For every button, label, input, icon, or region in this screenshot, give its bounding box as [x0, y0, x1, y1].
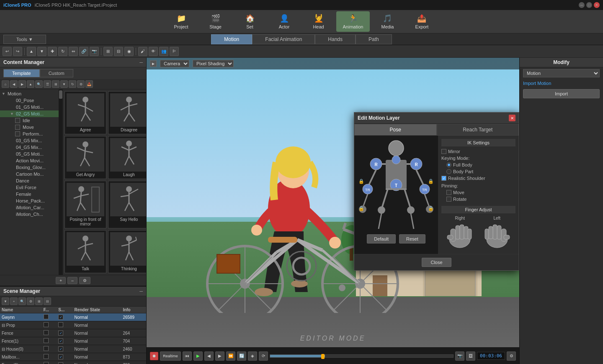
sm-row-1[interactable]: ⊟ Prop Normal	[0, 321, 146, 329]
tree-item-horse[interactable]: Horse_Pack...	[0, 197, 59, 204]
vp-extra2-button[interactable]: ⟳	[259, 351, 268, 361]
eml-tab-pose[interactable]: Pose	[354, 124, 437, 136]
sm-row-6[interactable]: Fence(6) ✓ Normal 792	[0, 361, 146, 364]
vp-shading-dropdown[interactable]: Pixel Shading	[193, 60, 234, 67]
sm-s-check[interactable]: ✓	[58, 362, 63, 364]
cm-settings-button[interactable]: ⚙	[77, 80, 85, 88]
vp-play-button[interactable]: ▶	[193, 351, 203, 361]
tab-path[interactable]: Path	[356, 34, 392, 44]
sm-row-0[interactable]: Gwynn ✓ Normal 26589	[0, 313, 146, 321]
tree-item-imotion-car[interactable]: iMotion_Car...	[0, 204, 59, 211]
cm-filter-button[interactable]: ▼	[60, 80, 68, 88]
cm-options-button[interactable]: ⚙	[79, 277, 90, 284]
sm-s-check[interactable]: ✓	[58, 315, 63, 320]
right-lock-icon[interactable]: 🔒	[428, 179, 434, 184]
eml-tab-reach[interactable]: Reach Target	[437, 124, 519, 136]
tab-motion[interactable]: Motion	[211, 34, 252, 44]
modify-dropdown[interactable]: Motion	[523, 69, 600, 77]
sm-s-check[interactable]: ✓	[58, 338, 63, 343]
eml-reset-button[interactable]: Reset	[399, 234, 425, 244]
sm-f-check[interactable]	[44, 362, 49, 364]
sm-f-check[interactable]	[44, 354, 49, 359]
eml-close-footer-button[interactable]: Close	[422, 258, 451, 267]
sm-add-button[interactable]: +	[10, 297, 18, 305]
sm-settings-button[interactable]: ⚙	[27, 297, 34, 305]
right-lock2-icon[interactable]: 🔒	[428, 206, 434, 211]
cm-grid-button[interactable]: ⊞	[52, 80, 59, 88]
tree-item-move[interactable]: Move	[0, 124, 59, 131]
cm-home-button[interactable]: ⌂	[2, 80, 9, 88]
t2-button[interactable]: ⊟	[114, 47, 123, 56]
thumb-laugh[interactable]: Laugh	[108, 136, 146, 179]
import-button[interactable]: Import	[523, 89, 600, 98]
tree-item-boxing[interactable]: Boxing_Glov...	[0, 164, 59, 171]
minimize-button[interactable]: ─	[579, 2, 585, 8]
tree-item-motion[interactable]: ▼ Motion	[0, 90, 59, 97]
cm-search-button[interactable]: 🔍	[35, 80, 43, 88]
sm-f-check[interactable]	[44, 346, 49, 351]
sm-row-3[interactable]: Fence(1) ✓ Normal 704	[0, 337, 146, 345]
vp-record-button[interactable]: ⏺	[150, 352, 158, 360]
eml-rotate-checkbox[interactable]	[446, 197, 451, 202]
tools-menu[interactable]: Tools ▼	[3, 35, 46, 44]
vp-camera-dropdown[interactable]: Camera	[160, 60, 189, 67]
sm-row-2[interactable]: Fence ✓ Normal 264	[0, 329, 146, 337]
cm-list-button[interactable]: ☰	[44, 80, 51, 88]
tree-item-evil[interactable]: Evil Force	[0, 184, 59, 191]
thumb-angry[interactable]: Get Angry	[64, 136, 106, 179]
tree-item-female[interactable]: Female	[0, 191, 59, 197]
perform-check[interactable]	[15, 131, 20, 136]
menu-item-project[interactable]: 📁 Project	[165, 11, 198, 32]
camera-button[interactable]: 📷	[90, 47, 99, 56]
cm-add-button[interactable]: +	[56, 277, 66, 284]
sm-collapse2-button[interactable]: ⊟	[44, 297, 51, 305]
move-down-button[interactable]: ▼	[37, 47, 46, 56]
cm-tab-custom[interactable]: Custom	[40, 69, 73, 77]
paint-button[interactable]: 🖌	[138, 47, 147, 56]
tree-item-04g5[interactable]: 04_G5 Mix...	[0, 144, 59, 151]
tree-item-perform[interactable]: Perform...	[0, 131, 59, 137]
menu-item-media[interactable]: 🎵 Media	[371, 11, 404, 32]
thumb-hello[interactable]: Say Hello	[108, 181, 146, 228]
t3-button[interactable]: ◉	[124, 47, 134, 56]
cm-refresh-button[interactable]: ↻	[69, 80, 76, 88]
sm-s-check[interactable]	[58, 322, 63, 327]
timeline-playhead[interactable]	[321, 354, 325, 359]
thumb-thinking[interactable]: Thinking	[108, 230, 146, 273]
left-lock-icon[interactable]: 🔒	[358, 179, 364, 184]
tree-scrollbar[interactable]	[59, 90, 63, 275]
sm-filter-button[interactable]: ▼	[2, 297, 9, 305]
vp-rewind-to-start-button[interactable]: ⏮	[183, 351, 192, 361]
sm-search-button[interactable]: 🔍	[18, 297, 26, 305]
cm-forward-button[interactable]: ▶	[18, 80, 26, 88]
sm-f-check[interactable]	[44, 330, 49, 335]
thumb-pose[interactable]: Posing in front of mirror	[64, 181, 106, 228]
tab-facial[interactable]: Facial Animation	[252, 34, 315, 44]
sm-f-check[interactable]	[44, 314, 49, 319]
move-up-button[interactable]: ▲	[27, 47, 36, 56]
sm-s-check[interactable]: ✓	[58, 331, 63, 336]
vp-fast-fwd-button[interactable]: ⏩	[226, 351, 235, 361]
scale-button[interactable]: ⇔	[69, 47, 78, 56]
menu-item-head[interactable]: 💆 Head	[302, 11, 335, 32]
eml-body-part-radio[interactable]	[446, 169, 451, 174]
vp-realtime-button[interactable]: Realtime	[160, 351, 181, 361]
vp-screenshot-button[interactable]: 📷	[455, 351, 464, 361]
vp-extra1-button[interactable]: ◈	[248, 351, 257, 361]
eml-default-button[interactable]: Default	[367, 234, 396, 244]
tree-item-03g5[interactable]: 03_G5 Mix...	[0, 137, 59, 144]
sm-row-4[interactable]: ⊟ House(0) ✓ Normal 2460	[0, 345, 146, 353]
menu-item-animation[interactable]: 🏃 Animation	[336, 11, 370, 32]
menu-item-export[interactable]: 📤 Export	[405, 11, 438, 32]
sm-expand-button[interactable]: ⊞	[35, 297, 43, 305]
vp-render-button[interactable]: 🖼	[466, 351, 475, 361]
idle-check[interactable]	[15, 118, 20, 123]
close-button[interactable]: ✕	[594, 2, 600, 8]
link-button[interactable]: 🔗	[79, 47, 88, 56]
menu-item-set[interactable]: 🏠 Set	[233, 11, 267, 32]
tree-item-01g5[interactable]: 01_G5 Moti...	[0, 104, 59, 110]
cm-back-button[interactable]: ◀	[10, 80, 18, 88]
cm-collapse-button[interactable]: ─	[139, 60, 143, 65]
left-hand-svg[interactable]	[483, 220, 510, 250]
tree-item-action[interactable]: Action Movi...	[0, 157, 59, 164]
